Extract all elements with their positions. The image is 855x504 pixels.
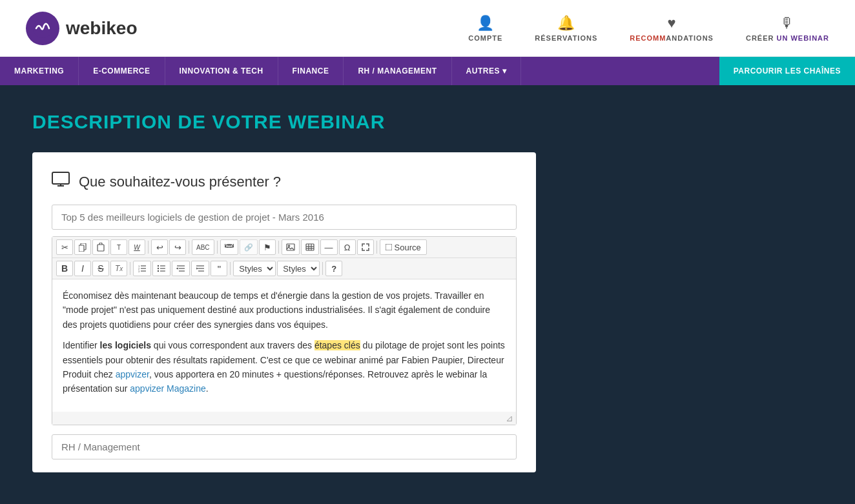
svg-rect-5 bbox=[79, 245, 84, 252]
editor-para2-middle: qui vous correspondent aux travers des bbox=[151, 340, 314, 350]
section-heading: Que souhaitez-vous présenter ? bbox=[52, 172, 517, 192]
monitor-icon bbox=[52, 172, 70, 192]
source-button[interactable]: Source bbox=[380, 239, 427, 255]
styles-select[interactable]: Styles bbox=[233, 261, 276, 276]
unlink-button[interactable]: 🔗 bbox=[240, 239, 258, 255]
special-char-button[interactable]: Ω bbox=[339, 239, 356, 255]
help-button[interactable]: ? bbox=[325, 261, 342, 276]
toolbar-row-2: B I S Tx 123 " S bbox=[52, 258, 516, 279]
navbar-item-autres[interactable]: AUTRES ▾ bbox=[452, 57, 522, 85]
svg-text:3: 3 bbox=[138, 270, 140, 272]
navbar-item-finance[interactable]: FINANCE bbox=[278, 57, 344, 85]
editor-para-2: Identifier les logiciels qui vous corres… bbox=[63, 338, 506, 396]
bell-icon: 🔔 bbox=[557, 15, 575, 32]
nav-compte[interactable]: 👤 COMPTE bbox=[468, 15, 502, 42]
paste-button[interactable] bbox=[92, 239, 109, 255]
nav-recommandations[interactable]: ♥ RECOMMANDATIONS bbox=[630, 15, 714, 42]
editor-para2-before: Identifier bbox=[63, 340, 100, 350]
anchor-button[interactable]: ⚑ bbox=[259, 239, 276, 255]
svg-rect-15 bbox=[386, 244, 392, 250]
unordered-list-button[interactable] bbox=[152, 261, 170, 276]
editor-para2-highlight: étapes clés bbox=[314, 340, 360, 350]
format-select[interactable]: Styles bbox=[277, 261, 320, 276]
nav-reservations[interactable]: 🔔 RÉSERVATIONS bbox=[535, 15, 597, 42]
svg-rect-1 bbox=[52, 172, 69, 184]
navbar-item-ecommerce[interactable]: E-COMMERCE bbox=[79, 57, 165, 85]
page-background: DESCRIPTION DE VOTRE WEBINAR Que souhait… bbox=[0, 85, 855, 498]
page-title: DESCRIPTION DE VOTRE WEBINAR bbox=[32, 111, 823, 133]
svg-point-25 bbox=[158, 265, 159, 267]
nav-creer-label: CRÉER UN WEBINAR bbox=[746, 34, 829, 42]
toolbar-sep-3 bbox=[217, 241, 218, 254]
bold-button[interactable]: B bbox=[56, 261, 73, 276]
navbar: MARKETING E-COMMERCE INNOVATION & TECH F… bbox=[0, 57, 855, 85]
editor-para2-bold: les logiciels bbox=[100, 340, 151, 350]
navbar-item-marketing[interactable]: MARKETING bbox=[0, 57, 79, 85]
indent-less-button[interactable] bbox=[172, 261, 190, 276]
image-button[interactable] bbox=[282, 239, 300, 255]
svg-point-26 bbox=[158, 268, 159, 269]
nav-creer[interactable]: 🎙 CRÉER UN WEBINAR bbox=[746, 15, 829, 42]
resize-indicator: ⊿ bbox=[506, 413, 513, 423]
section-title: Que souhaitez-vous présenter ? bbox=[79, 174, 281, 190]
toolbar-sep-2 bbox=[189, 241, 189, 254]
editor-content[interactable]: Économisez dès maintenant beaucoup de te… bbox=[52, 279, 516, 412]
link-button[interactable] bbox=[220, 239, 238, 255]
indent-more-button[interactable] bbox=[191, 261, 209, 276]
find-replace-button[interactable]: ABC bbox=[192, 239, 214, 255]
undo-button[interactable]: ↩ bbox=[151, 239, 168, 255]
logo-icon[interactable] bbox=[26, 12, 59, 45]
maximize-button[interactable] bbox=[357, 239, 374, 255]
navbar-item-innovation[interactable]: INNOVATION & TECH bbox=[165, 57, 278, 85]
category-input[interactable] bbox=[52, 434, 517, 459]
toolbar-sep-4 bbox=[278, 241, 279, 254]
mic-icon: 🎙 bbox=[780, 15, 794, 32]
nav-compte-label: COMPTE bbox=[468, 34, 502, 42]
toolbar-sep-1 bbox=[148, 241, 149, 254]
toolbar-sep-8 bbox=[322, 262, 323, 275]
svg-point-27 bbox=[158, 270, 159, 272]
nav-recommandations-label: RECOMMANDATIONS bbox=[630, 34, 714, 42]
hr-button[interactable]: — bbox=[320, 239, 338, 255]
paste-word-button[interactable]: W bbox=[129, 239, 145, 255]
italic-button[interactable]: I bbox=[74, 261, 91, 276]
logo-area: webikeo bbox=[26, 12, 468, 45]
table-button[interactable] bbox=[301, 239, 319, 255]
editor-wrapper: ✂ T W ↩ ↪ ABC 🔗 ⚑ bbox=[52, 236, 517, 425]
toolbar-row-1: ✂ T W ↩ ↪ ABC 🔗 ⚑ bbox=[52, 237, 516, 258]
nav-reservations-label: RÉSERVATIONS bbox=[535, 34, 597, 42]
clear-format-button[interactable]: Tx bbox=[110, 261, 127, 276]
header: webikeo 👤 COMPTE 🔔 RÉSERVATIONS ♥ RECOMM… bbox=[0, 0, 855, 57]
strikethrough-button[interactable]: S bbox=[92, 261, 109, 276]
navbar-item-parcourir[interactable]: PARCOURIR LES CHAÎNES bbox=[719, 57, 855, 85]
form-card: Que souhaitez-vous présenter ? ✂ T W ↩ ↪ bbox=[32, 152, 536, 472]
toolbar-sep-6 bbox=[130, 262, 130, 275]
svg-point-9 bbox=[288, 245, 289, 247]
editor-link-appvizer-magazine[interactable]: appvizer Magazine bbox=[130, 383, 206, 394]
editor-resize-handle[interactable]: ⊿ bbox=[52, 412, 516, 425]
copy-button[interactable] bbox=[74, 239, 91, 255]
redo-button[interactable]: ↪ bbox=[169, 239, 186, 255]
editor-para2-end: . bbox=[206, 383, 209, 394]
logo-text: webikeo bbox=[66, 18, 137, 39]
toolbar-sep-5 bbox=[376, 241, 377, 254]
svg-rect-6 bbox=[98, 245, 104, 251]
svg-rect-10 bbox=[306, 244, 314, 250]
heart-icon: ♥ bbox=[668, 15, 676, 32]
cut-button[interactable]: ✂ bbox=[56, 239, 73, 255]
header-nav: 👤 COMPTE 🔔 RÉSERVATIONS ♥ RECOMMANDATION… bbox=[468, 15, 829, 42]
editor-para-1: Économisez dès maintenant beaucoup de te… bbox=[63, 288, 506, 332]
person-icon: 👤 bbox=[477, 15, 494, 32]
title-input[interactable] bbox=[52, 205, 517, 230]
navbar-item-rh[interactable]: RH / MANAGEMENT bbox=[344, 57, 451, 85]
paste-text-button[interactable]: T bbox=[110, 239, 127, 255]
ordered-list-button[interactable]: 123 bbox=[133, 261, 151, 276]
editor-link-appvizer[interactable]: appvizer bbox=[116, 369, 149, 379]
blockquote-button[interactable]: " bbox=[211, 261, 227, 276]
toolbar-sep-7 bbox=[230, 262, 231, 275]
